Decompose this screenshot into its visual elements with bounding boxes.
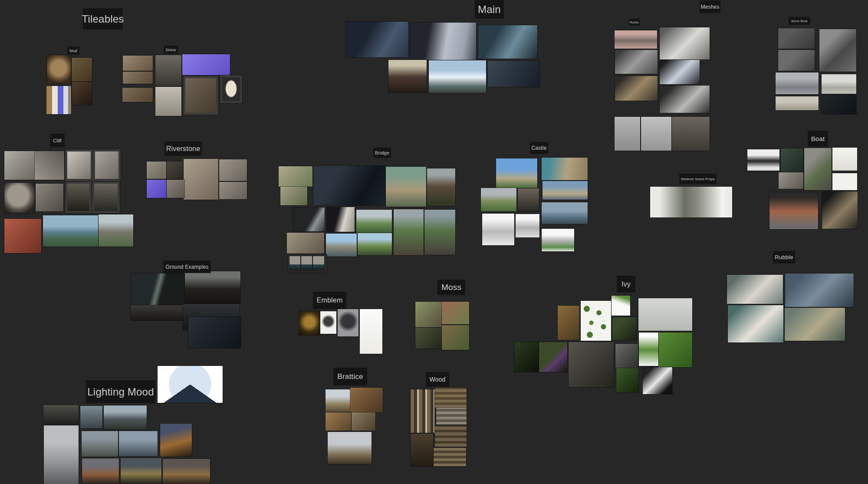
lighting-reference-image[interactable] <box>44 425 79 484</box>
wood-reference-image[interactable] <box>411 434 433 466</box>
group-label-wood[interactable]: Wood <box>426 372 449 387</box>
bridge-reference-image[interactable] <box>293 207 325 231</box>
main-reference-image[interactable] <box>410 23 476 60</box>
stone-reference-image[interactable] <box>123 72 153 84</box>
ivy-reference-image[interactable] <box>569 342 614 387</box>
lighting-reference-image[interactable] <box>119 431 158 456</box>
group-label-cliff[interactable]: Cliff <box>50 134 65 147</box>
emblem-reference-image[interactable] <box>320 311 336 334</box>
bridge-reference-image[interactable] <box>289 256 300 270</box>
lighting-reference-image[interactable] <box>82 458 119 484</box>
emblem-reference-image[interactable] <box>360 309 382 354</box>
meshes-reference-image[interactable] <box>660 86 710 113</box>
cliff-reference-image[interactable] <box>65 149 93 181</box>
mud-reference-image[interactable] <box>46 86 71 114</box>
moss-reference-image[interactable] <box>415 302 442 327</box>
lighting-reference-image[interactable] <box>43 405 79 424</box>
wood-reference-image[interactable] <box>435 388 467 408</box>
group-label-medprops[interactable]: Medium Sized Props <box>679 174 717 184</box>
cliff-reference-image[interactable] <box>35 151 64 180</box>
group-label-meshes[interactable]: Meshes <box>700 0 720 13</box>
ivy-reference-image[interactable] <box>612 317 637 340</box>
ground-reference-image[interactable] <box>131 273 184 307</box>
bridge-reference-image[interactable] <box>313 166 385 205</box>
bridge-reference-image[interactable] <box>427 168 455 206</box>
group-label-lighting[interactable]: Lighting Mood <box>86 380 155 403</box>
ivy-reference-image[interactable] <box>615 344 638 368</box>
stonebrick-reference-image[interactable] <box>778 28 815 49</box>
bridge-reference-image[interactable] <box>280 187 307 205</box>
bridge-reference-image[interactable] <box>326 234 357 257</box>
wood-reference-image[interactable] <box>411 389 434 433</box>
brattice-reference-image[interactable] <box>328 432 372 464</box>
castle-reference-image[interactable] <box>542 202 588 224</box>
riverstone-reference-image[interactable] <box>219 182 247 199</box>
stone-reference-image[interactable] <box>155 55 181 86</box>
brattice-reference-image[interactable] <box>350 388 383 412</box>
brattice-reference-image[interactable] <box>326 412 351 431</box>
meshes-reference-image[interactable] <box>672 117 710 151</box>
meshes-reference-image[interactable] <box>615 30 657 49</box>
bridge-reference-image[interactable] <box>424 210 455 255</box>
group-label-rocks[interactable]: Rocks <box>629 19 640 26</box>
castle-reference-image[interactable] <box>482 214 514 245</box>
stonebrick-reference-image[interactable] <box>819 29 856 72</box>
stonebrick-reference-image[interactable] <box>776 72 819 94</box>
stonebrick-reference-image[interactable] <box>776 96 819 110</box>
ivy-reference-image[interactable] <box>514 342 539 372</box>
stone-reference-image[interactable] <box>123 56 153 71</box>
boat-reference-image[interactable] <box>832 148 857 171</box>
lighting-reference-image[interactable] <box>163 459 210 484</box>
meshes-reference-image[interactable] <box>660 60 700 84</box>
bridge-reference-image[interactable] <box>386 167 426 207</box>
group-label-tileables[interactable]: Tileables <box>83 8 123 30</box>
group-label-stonebrick[interactable]: Stone Brick <box>789 17 810 25</box>
rubble-reference-image[interactable] <box>728 305 783 342</box>
group-label-rubble[interactable]: Rubble <box>773 251 795 263</box>
moss-reference-image[interactable] <box>415 328 442 349</box>
ground-reference-image[interactable] <box>185 271 240 303</box>
bridge-reference-image[interactable] <box>356 210 392 234</box>
mud-reference-image[interactable] <box>47 55 71 84</box>
emblem-reference-image[interactable] <box>338 309 358 336</box>
bridge-reference-image[interactable] <box>279 166 312 187</box>
meshes-reference-image[interactable] <box>615 50 658 74</box>
meshes-reference-image[interactable] <box>660 27 710 59</box>
group-label-main[interactable]: Main <box>475 0 504 19</box>
stonebrick-reference-image[interactable] <box>778 50 815 71</box>
castle-reference-image[interactable] <box>542 181 588 200</box>
group-label-ivy[interactable]: Ivy <box>617 276 635 293</box>
group-label-stone[interactable]: Stone <box>164 46 178 54</box>
boat-reference-image[interactable] <box>832 173 857 190</box>
group-label-emblem[interactable]: Emblem <box>313 292 346 309</box>
ivy-reference-image[interactable] <box>643 367 672 394</box>
bridge-reference-image[interactable] <box>358 233 392 255</box>
boat-reference-image[interactable] <box>779 172 803 189</box>
group-label-castle[interactable]: Castle <box>530 142 548 154</box>
group-label-riverstone[interactable]: Riverstone <box>164 142 202 156</box>
wood-reference-image[interactable] <box>435 425 467 447</box>
wood-reference-image[interactable] <box>436 408 467 425</box>
reference-board-canvas[interactable]: TileablesMainLighting MoodMeshesMudStone… <box>0 0 868 484</box>
rubble-reference-image[interactable] <box>727 275 783 304</box>
cliff-reference-image[interactable] <box>4 151 35 180</box>
castle-reference-image[interactable] <box>496 158 537 188</box>
wood-reference-image[interactable] <box>434 448 466 466</box>
emblem-reference-image[interactable] <box>299 311 320 335</box>
cliff-reference-image[interactable] <box>93 149 121 181</box>
meshes-reference-image[interactable] <box>615 76 658 101</box>
brattice-reference-image[interactable] <box>352 412 375 431</box>
group-label-ground[interactable]: Ground Examples <box>163 260 211 273</box>
bridge-reference-image[interactable] <box>327 207 355 232</box>
castle-reference-image[interactable] <box>481 188 516 211</box>
mud-reference-image[interactable] <box>72 58 92 81</box>
ivy-reference-image[interactable] <box>638 298 692 331</box>
brattice-reference-image[interactable] <box>326 389 350 412</box>
riverstone-reference-image[interactable] <box>184 159 218 200</box>
boat-reference-image[interactable] <box>769 192 818 229</box>
main-reference-image[interactable] <box>388 60 427 92</box>
cliff-reference-image[interactable] <box>99 214 133 247</box>
group-label-brattice[interactable]: Brattice <box>333 368 367 385</box>
ivy-reference-image[interactable] <box>616 368 638 392</box>
main-reference-image[interactable] <box>488 61 539 87</box>
